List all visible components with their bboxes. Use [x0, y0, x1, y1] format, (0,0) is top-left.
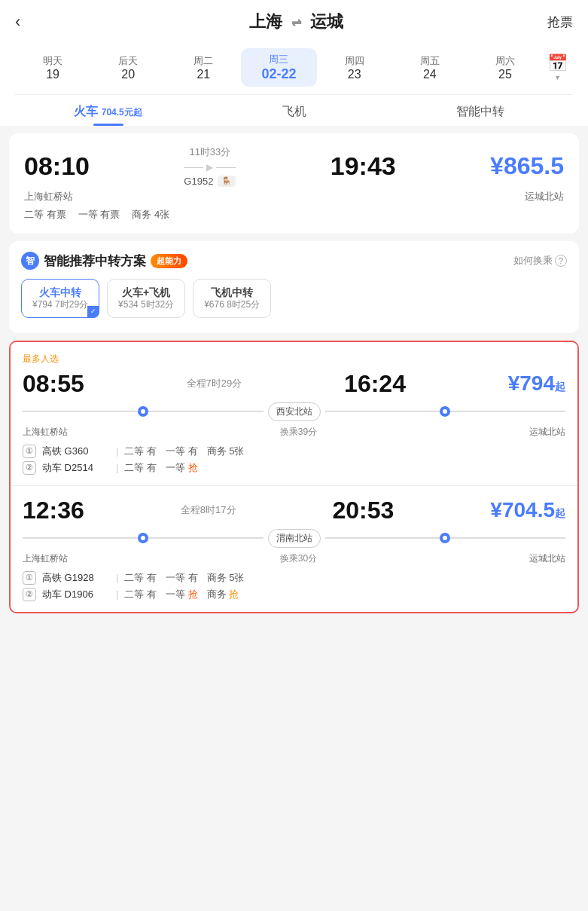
- route-dot-arrive-0: [440, 406, 450, 417]
- seat-info: 二等 有票 一等 有票 商务 4张: [24, 208, 564, 222]
- seat-2nd: 二等 有票: [24, 208, 66, 222]
- leg-1-1: ② 动车 D1906 | 二等 有 一等 抢 商务 抢: [23, 588, 565, 601]
- train-card[interactable]: 08:10 11时33分 ▶ G1952 🪑 19:43 ¥865.5 上海虹桥…: [9, 133, 579, 234]
- route-dot-inner-arrive-1: [443, 536, 447, 540]
- day-label-0: 明天: [18, 54, 87, 68]
- leg-1-0: ① 高铁 G1928 | 二等 有 一等 有 商务 5张: [23, 571, 565, 585]
- depart-station: 上海虹桥站: [24, 190, 73, 203]
- tab-flight[interactable]: 飞机: [201, 95, 387, 126]
- tab-smart-transfer[interactable]: 智能中转: [387, 95, 573, 126]
- day-label-1: 后天: [93, 54, 163, 68]
- tab-train[interactable]: 火车 704.5元起: [15, 95, 201, 126]
- date-tab-6[interactable]: 周六 25: [468, 50, 543, 86]
- result-arrive-time-0: 16:24: [344, 370, 406, 398]
- day-label-5: 周五: [395, 54, 465, 68]
- transfer-type-tabs: 火车中转 ¥794 7时29分 火车+飞机 ¥534 5时32分 飞机中转 ¥6…: [21, 279, 567, 318]
- result-price-block-0: ¥794起: [508, 371, 565, 396]
- transfer-tab-train[interactable]: 火车中转 ¥794 7时29分: [21, 279, 99, 318]
- route-dot-depart-0: [138, 406, 148, 417]
- leg-0-1: ② 动车 D2514 | 二等 有 一等 抢: [23, 461, 565, 475]
- arrive-station-0: 运城北站: [529, 426, 565, 439]
- swap-icon[interactable]: ⇌: [291, 15, 301, 29]
- train-num-row: G1952 🪑: [184, 176, 236, 187]
- leg-seats-0-1: 二等 有 一等 抢: [124, 461, 197, 475]
- day-num-5: 24: [395, 68, 465, 81]
- day-label-4: 周四: [320, 54, 389, 68]
- duration-text: 11时33分: [184, 145, 236, 159]
- train-number: G1952: [184, 176, 213, 187]
- leg-train-1-0: 高铁 G1928: [42, 571, 110, 585]
- result-depart-time-1: 12:36: [23, 497, 84, 524]
- route-line-right-0: [450, 411, 565, 412]
- day-num-2: 21: [169, 68, 238, 81]
- result-arrive-time-1: 20:53: [333, 497, 395, 524]
- depart-station-1: 上海虹桥站: [23, 552, 68, 565]
- arrive-time: 19:43: [331, 151, 396, 181]
- route-stations-1: 上海虹桥站 换乘30分 运城北站: [23, 552, 565, 565]
- day-num-1: 20: [93, 68, 163, 81]
- question-icon: ?: [555, 255, 567, 267]
- smart-title-row: 智 智能推荐中转方案 超能力: [21, 252, 187, 270]
- tab-train-sub: 704.5元起: [102, 107, 142, 118]
- super-badge: 超能力: [151, 254, 187, 268]
- transfer-wait-1: 换乘30分: [280, 552, 317, 565]
- dur-line: ▶: [184, 162, 236, 173]
- date-tab-2[interactable]: 周二 21: [166, 50, 241, 86]
- route-dot-inner-0: [141, 409, 145, 414]
- leg-num-0-1: ②: [23, 461, 36, 475]
- date-tab-5[interactable]: 周五 24: [392, 50, 468, 86]
- train-duration: 11时33分 ▶ G1952 🪑: [184, 145, 236, 187]
- leg-seats-1-0: 二等 有 一等 有 商务 5张: [124, 571, 244, 585]
- day-label-6: 周六: [471, 54, 540, 68]
- tab-smart-label: 智能中转: [456, 105, 504, 118]
- date-tab-1[interactable]: 后天 20: [90, 50, 166, 86]
- route-line-mid-left-1: [148, 537, 264, 539]
- check-mark-icon: [87, 306, 99, 318]
- transfer-tab-train-flight[interactable]: 火车+飞机 ¥534 5时32分: [107, 279, 185, 318]
- tab-flight-sub: ¥676 8时25分: [204, 299, 260, 311]
- day-num-3: 02-22: [244, 66, 313, 82]
- route-line-right-1: [450, 537, 565, 539]
- how-to-transfer-link[interactable]: 如何换乘 ?: [513, 254, 567, 267]
- origin-city: 上海: [249, 11, 282, 33]
- leg-divider-1-1: |: [116, 588, 118, 600]
- arrive-station: 运城北站: [525, 190, 564, 203]
- transfer-route-1: 渭南北站: [23, 529, 565, 548]
- header: ‹ 上海 ⇌ 运城 抢票 明天 19 后天 20 周二 21 周三 02-22 …: [0, 0, 588, 126]
- depart-station-0: 上海虹桥站: [23, 426, 68, 439]
- train-badge: 🪑: [218, 176, 236, 187]
- result-item-1[interactable]: 12:36 全程8时17分 20:53 ¥704.5起 渭南北站 上海: [11, 486, 577, 612]
- grab-ticket-button[interactable]: 抢票: [547, 14, 573, 31]
- transfer-wait-0: 换乘39分: [280, 426, 317, 439]
- route-dot-inner-1: [141, 536, 145, 540]
- route-line-left-0: [23, 411, 138, 412]
- tab-train-sub-price: ¥794 7时29分: [32, 299, 88, 311]
- popular-badge-0: 最多人选: [23, 353, 565, 365]
- result-item-0[interactable]: 最多人选 08:55 全程7时29分 16:24 ¥794起 西安北站: [11, 342, 577, 486]
- leg-train-1-1: 动车 D1906: [42, 588, 110, 601]
- route-line-mid-left-0: [148, 411, 264, 412]
- dur-arrow-left: [184, 167, 203, 168]
- tab-train-flight-main: 火车+飞机: [118, 286, 174, 299]
- route-dot-inner-arrive-0: [443, 409, 447, 414]
- result-depart-time-0: 08:55: [23, 370, 84, 398]
- leg-num-0-0: ①: [23, 445, 36, 458]
- date-tab-4[interactable]: 周四 23: [317, 50, 392, 86]
- calendar-button[interactable]: 📅 ▾: [543, 53, 573, 81]
- back-button[interactable]: ‹: [15, 12, 45, 32]
- date-tab-3[interactable]: 周三 02-22: [241, 48, 316, 87]
- smart-header: 智 智能推荐中转方案 超能力 如何换乘 ?: [21, 252, 567, 270]
- depart-time: 08:10: [24, 151, 90, 181]
- result-main-0: 08:55 全程7时29分 16:24 ¥794起: [23, 370, 565, 398]
- smart-title: 智能推荐中转方案: [44, 252, 146, 270]
- transfer-tab-flight[interactable]: 飞机中转 ¥676 8时25分: [193, 279, 271, 318]
- dur-arrow-head: ▶: [206, 162, 213, 173]
- leg-train-0-1: 动车 D2514: [42, 461, 110, 475]
- route-line-left-1: [23, 537, 138, 539]
- transfer-station-badge-1: 渭南北站: [268, 529, 321, 548]
- leg-seats-1-1: 二等 有 一等 抢 商务 抢: [124, 588, 239, 601]
- price-block: ¥865.5: [490, 152, 564, 180]
- tab-train-label: 火车: [74, 105, 98, 118]
- header-top: ‹ 上海 ⇌ 运城 抢票: [15, 11, 573, 42]
- date-tab-0[interactable]: 明天 19: [15, 50, 90, 86]
